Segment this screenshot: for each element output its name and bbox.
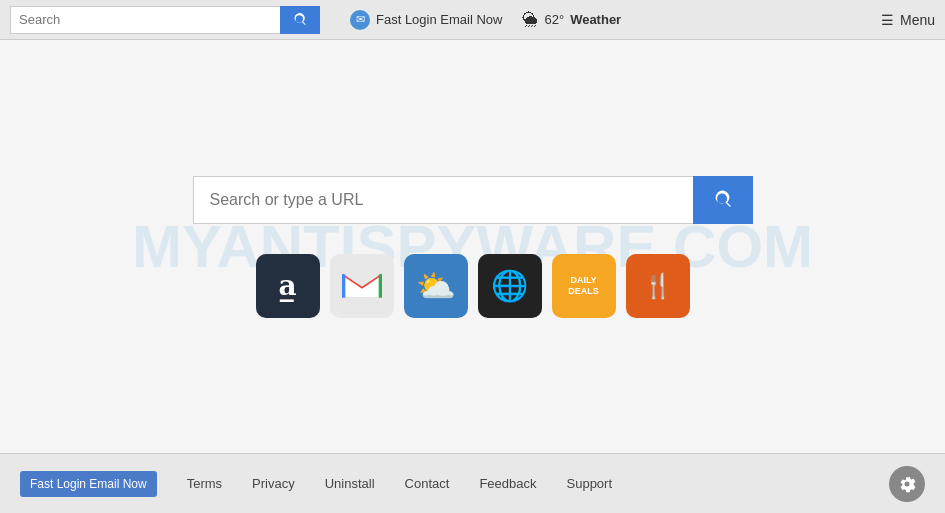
search-icon (292, 12, 308, 28)
settings-button[interactable] (889, 466, 925, 502)
menu-button[interactable]: ☰ Menu (881, 12, 935, 28)
top-search-button[interactable] (280, 6, 320, 34)
fast-login-icon: ✉ (350, 10, 370, 30)
gmail-icon (342, 271, 382, 301)
top-search-box (10, 6, 330, 34)
quick-link-recipes[interactable]: 🍴 (626, 254, 690, 318)
amazon-icon: a̲ (278, 269, 296, 302)
search-icon (712, 189, 734, 211)
footer-brand[interactable]: Fast Login Email Now (20, 471, 157, 497)
footer-link-contact[interactable]: Contact (405, 476, 450, 491)
quick-link-amazon[interactable]: a̲ (256, 254, 320, 318)
top-search-input[interactable] (10, 6, 280, 34)
quick-link-deals[interactable]: DAILYDEALS (552, 254, 616, 318)
footer-link-uninstall[interactable]: Uninstall (325, 476, 375, 491)
center-search-input[interactable] (193, 176, 693, 224)
news-icon: 🌐 (491, 268, 528, 303)
deals-icon: DAILYDEALS (568, 275, 599, 297)
hamburger-icon: ☰ (881, 12, 894, 28)
svg-rect-0 (342, 274, 345, 297)
quick-link-gmail[interactable] (330, 254, 394, 318)
weather-label: Weather (570, 12, 621, 27)
weather-temp: 62° (544, 12, 564, 27)
recipes-icon: 🍴 (643, 272, 673, 300)
top-bar-right: ✉ Fast Login Email Now 🌦 62° Weather ☰ M… (350, 10, 935, 30)
weather-widget[interactable]: 🌦 62° Weather (522, 11, 621, 29)
weather-app-icon: ⛅ (416, 267, 456, 305)
quick-link-weather[interactable]: ⛅ (404, 254, 468, 318)
footer-link-privacy[interactable]: Privacy (252, 476, 295, 491)
footer-link-feedback[interactable]: Feedback (479, 476, 536, 491)
fast-login-label: Fast Login Email Now (376, 12, 502, 27)
top-bar: ✉ Fast Login Email Now 🌦 62° Weather ☰ M… (0, 0, 945, 40)
quick-links: a̲ ⛅ 🌐 DAILYDEALS 🍴 (256, 254, 690, 318)
weather-icon: 🌦 (522, 11, 538, 29)
fast-login-link[interactable]: ✉ Fast Login Email Now (350, 10, 502, 30)
footer-link-terms[interactable]: Terms (187, 476, 222, 491)
gear-icon (897, 474, 917, 494)
svg-rect-1 (378, 274, 381, 297)
quick-link-news[interactable]: 🌐 (478, 254, 542, 318)
center-search-button[interactable] (693, 176, 753, 224)
center-search-box (193, 176, 753, 224)
footer-link-support[interactable]: Support (567, 476, 613, 491)
menu-label: Menu (900, 12, 935, 28)
main-content: MYANTISPYWARE.COM a̲ ⛅ (0, 40, 945, 453)
footer: Fast Login Email Now Terms Privacy Unins… (0, 453, 945, 513)
